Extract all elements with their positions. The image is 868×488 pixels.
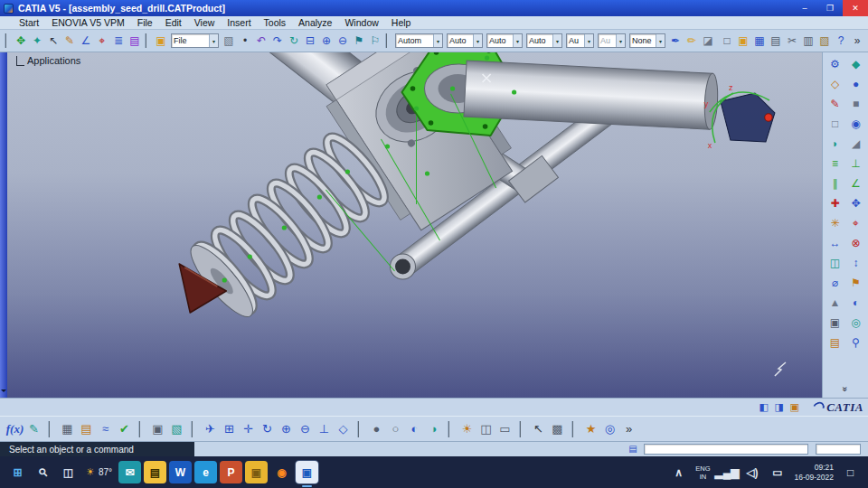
snap-icon[interactable]: ⌖ <box>846 214 865 231</box>
swap-space-icon[interactable]: ◑ <box>424 419 443 439</box>
file-explorer-icon[interactable]: ▤ <box>144 461 166 483</box>
select-tool-icon[interactable]: ↖ <box>529 419 548 439</box>
fit-all-icon[interactable]: ⊞ <box>220 419 239 439</box>
doc-next-icon[interactable]: ◨ <box>771 399 787 415</box>
annotation-icon[interactable]: ⚑ <box>846 274 865 291</box>
pan-icon[interactable]: ✛ <box>239 419 258 439</box>
minimize-button[interactable]: – <box>792 0 817 16</box>
chevron-down-icon[interactable]: ▾ <box>433 34 442 47</box>
window-float-icon[interactable]: ▣ <box>787 399 802 415</box>
menu-insert[interactable]: Insert <box>221 17 257 28</box>
search-button[interactable]: ⚲ <box>27 456 59 488</box>
apply-material-icon[interactable]: ◎ <box>600 419 619 439</box>
toolbar-overflow-icon[interactable]: » <box>841 387 851 392</box>
comment-icon[interactable]: ✎ <box>24 419 43 439</box>
shaded-view-icon[interactable]: ● <box>367 419 386 439</box>
task-view-button[interactable]: ◫ <box>57 461 80 483</box>
firefox-app-icon[interactable]: ◉ <box>270 461 293 483</box>
component-icon[interactable]: ◆ <box>846 55 865 72</box>
weld-feature-icon[interactable]: ▲ <box>826 294 844 311</box>
fix-component-icon[interactable]: ✚ <box>826 194 844 211</box>
paste-format-icon[interactable]: ▧ <box>221 33 237 49</box>
render-mode-combo[interactable]: Autom▾ <box>395 33 443 48</box>
start-button[interactable]: ⊞ <box>6 461 29 483</box>
powerpoint-app-icon[interactable]: P <box>220 461 242 483</box>
menu-edit[interactable]: Edit <box>159 17 188 28</box>
update-icon[interactable]: ↻ <box>286 33 302 49</box>
media-folder-icon[interactable]: ▣ <box>245 461 268 483</box>
explode-icon[interactable]: ✳ <box>826 214 844 231</box>
language-indicator[interactable]: ENG IN <box>695 465 710 481</box>
zoom-out-icon[interactable]: ⊖ <box>296 419 315 439</box>
selection-sets-icon[interactable]: ▩ <box>548 419 567 439</box>
chevron-down-icon[interactable]: ▾ <box>552 34 561 47</box>
spec-tree-label[interactable]: Applications <box>27 55 80 66</box>
point-icon[interactable]: • <box>237 33 253 49</box>
notification-icon[interactable]: □ <box>839 461 862 483</box>
sectioning-icon[interactable]: ◫ <box>826 254 844 271</box>
ground-icon[interactable]: ▭ <box>495 419 514 439</box>
chevron-down-icon[interactable]: ▾ <box>209 34 218 47</box>
menu-help[interactable]: Help <box>385 17 418 28</box>
dmu-review-icon[interactable]: ◐ <box>846 294 865 311</box>
hole-icon[interactable]: ◉ <box>846 115 865 132</box>
chevron-down-icon[interactable]: ▾ <box>473 34 482 47</box>
chevron-down-icon[interactable]: ▾ <box>513 34 522 47</box>
part-icon[interactable]: ◇ <box>826 75 844 92</box>
fly-mode-icon[interactable]: ✥ <box>13 33 29 49</box>
close-button[interactable]: ✕ <box>843 0 868 16</box>
tray-chevron-icon[interactable]: ∧ <box>667 461 690 483</box>
compass-icon[interactable]: ✦ <box>29 33 45 49</box>
catia-app-icon[interactable]: ▣ <box>296 461 318 483</box>
undo-icon[interactable]: ↶ <box>253 33 269 49</box>
zoom-prev-icon[interactable]: ⊟ <box>302 33 318 49</box>
open-document-icon[interactable]: ▣ <box>735 33 751 49</box>
none-combo[interactable]: None▾ <box>629 33 665 48</box>
assembly-model[interactable]: y z x <box>7 52 822 398</box>
tree-scrollbar[interactable] <box>0 52 7 398</box>
product-structure-icon[interactable]: ⚙ <box>826 55 844 72</box>
clash-icon[interactable]: ⊗ <box>846 234 865 251</box>
fillet-icon[interactable]: ◗ <box>826 135 844 152</box>
auto-combo-3[interactable]: Auto▾ <box>526 33 562 48</box>
zoom-in-tool-icon[interactable]: ⊕ <box>318 33 335 49</box>
axis-system-icon[interactable]: ⌖ <box>94 33 110 49</box>
help-icon[interactable]: ? <box>833 33 849 49</box>
toolbar-grip[interactable] <box>385 33 390 48</box>
weather-widget[interactable]: ☀ 87° <box>80 461 118 484</box>
doc-prev-icon[interactable]: ◧ <box>756 399 771 415</box>
catalog-browser-icon[interactable]: ▤ <box>826 333 844 351</box>
flag-icon[interactable]: ⚑ <box>351 33 367 49</box>
toolbar-grip[interactable] <box>5 33 9 48</box>
offset-constraint-icon[interactable]: ∥ <box>826 174 844 192</box>
pocket-icon[interactable]: □ <box>826 115 844 132</box>
rotate-icon[interactable]: ↻ <box>258 419 277 439</box>
overflow-more-icon[interactable]: » <box>619 419 638 439</box>
measure-icon[interactable]: ∠ <box>78 33 94 49</box>
camera-icon[interactable]: ▣ <box>826 314 844 331</box>
toolbar-grip[interactable] <box>145 33 149 48</box>
sketcher-icon[interactable]: ✎ <box>826 95 844 112</box>
3d-viewport[interactable]: Applications <box>7 52 822 398</box>
battery-icon[interactable]: ▭ <box>767 461 789 483</box>
auto-combo-2[interactable]: Auto▾ <box>486 33 523 48</box>
power-input-field[interactable] <box>644 444 808 455</box>
flag-outline-icon[interactable]: ⚐ <box>367 33 383 49</box>
file-type-combo[interactable]: File▾ <box>171 33 219 48</box>
pad-icon[interactable]: ■ <box>846 95 865 112</box>
wireframe-view-icon[interactable]: ○ <box>386 419 405 439</box>
network-icon[interactable]: ▂▄▆ <box>716 461 739 483</box>
album-icon[interactable]: ▧ <box>167 419 186 439</box>
coincidence-constraint-icon[interactable]: ≡ <box>826 155 844 172</box>
menu-start[interactable]: Start <box>13 17 45 28</box>
edge-app-icon[interactable]: e <box>194 461 217 483</box>
law-icon[interactable]: ≈ <box>96 419 115 439</box>
render-icon[interactable]: ◎ <box>846 314 865 331</box>
manipulate-icon[interactable]: ↔ <box>826 234 844 251</box>
dialog-field[interactable] <box>816 444 861 455</box>
save-icon[interactable]: ▦ <box>751 33 768 49</box>
depth-effect-icon[interactable]: ◫ <box>476 419 495 439</box>
light-icon[interactable]: ☀ <box>458 419 476 439</box>
pencil-style-icon[interactable]: ✏ <box>684 33 700 49</box>
eraser-icon[interactable]: ◪ <box>700 33 716 49</box>
